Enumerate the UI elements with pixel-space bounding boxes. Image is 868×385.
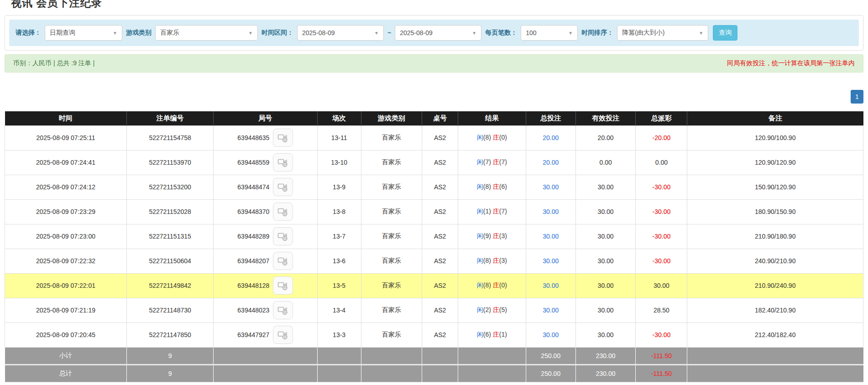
result-banker-count: (3) bbox=[499, 232, 507, 239]
result-player-label: 闲 bbox=[477, 306, 483, 313]
video-replay-button[interactable] bbox=[273, 301, 293, 319]
round-id-group: 639448474 bbox=[237, 178, 293, 196]
video-replay-button[interactable] bbox=[273, 326, 293, 344]
total-bet-link[interactable]: 30.00 bbox=[543, 257, 559, 265]
round-id-group: 639448370 bbox=[237, 203, 293, 221]
cell-table-no: AS2 bbox=[422, 125, 458, 150]
table-row: 2025-08-09 07:22:32522721150604639448207… bbox=[5, 249, 863, 273]
table-row: 2025-08-09 07:25:11522721154758639448635… bbox=[5, 125, 863, 150]
date-to-picker[interactable]: 2025-08-09 ▼ bbox=[395, 25, 481, 41]
video-replay-button[interactable] bbox=[273, 153, 293, 172]
search-button[interactable]: 查询 bbox=[713, 25, 737, 41]
total-bet-link[interactable]: 30.00 bbox=[543, 307, 559, 314]
header-session: 场次 bbox=[317, 111, 361, 125]
cell-total-bet: 30.00 bbox=[526, 199, 575, 224]
filter-panel: 请选择： 日期查询 ▼ 游戏类别 百家乐 ▼ 时间区间： 2025-08-09 … bbox=[5, 15, 863, 51]
page-title-clip: 视讯 会员下注纪录 bbox=[5, 0, 863, 9]
per-page-value: 100 bbox=[526, 29, 536, 36]
chevron-down-icon: ▼ bbox=[248, 31, 253, 36]
video-replay-button[interactable] bbox=[273, 252, 293, 270]
cell-total-bet: 20.00 bbox=[526, 150, 575, 175]
date-to-value: 2025-08-09 bbox=[400, 29, 433, 36]
query-type-select[interactable]: 日期查询 ▼ bbox=[45, 25, 122, 41]
cell-bet-id: 522721147850 bbox=[127, 323, 214, 347]
header-time: 时间 bbox=[5, 111, 127, 125]
cell-time: 2025-08-09 07:23:29 bbox=[5, 199, 127, 224]
footer-count: 9 bbox=[127, 364, 214, 382]
query-type-label: 请选择： bbox=[16, 29, 41, 37]
video-replay-button[interactable] bbox=[273, 276, 293, 295]
result-player-label: 闲 bbox=[477, 208, 483, 215]
cell-result: 闲(8) 庄(0) bbox=[458, 273, 526, 298]
chevron-down-icon: ▼ bbox=[113, 31, 117, 36]
total-bet-link[interactable]: 30.00 bbox=[543, 331, 559, 338]
cell-round-id: 639448207 bbox=[214, 249, 318, 273]
video-camera-icon bbox=[277, 207, 288, 217]
footer-total-bet: 250.00 bbox=[526, 347, 575, 364]
cell-payout: 0.00 bbox=[636, 150, 687, 175]
cell-total-bet: 20.00 bbox=[526, 125, 575, 150]
result-banker-label: 庄 bbox=[493, 331, 499, 338]
cell-result: 闲(8) 庄(3) bbox=[458, 249, 526, 273]
cell-time: 2025-08-09 07:22:01 bbox=[5, 273, 127, 298]
result-player-count: (1) bbox=[483, 208, 493, 215]
sort-order-select[interactable]: 降冪(由大到小) ▼ bbox=[617, 25, 708, 41]
footer-total-bet: 250.00 bbox=[526, 364, 575, 382]
result-banker-count: (6) bbox=[499, 183, 507, 190]
cell-time: 2025-08-09 07:20:45 bbox=[5, 323, 127, 347]
summary-currency-total: 币别：人民币 | 总共 :9 注单 | bbox=[13, 59, 94, 68]
cell-table-no: AS2 bbox=[422, 175, 458, 199]
total-bet-link[interactable]: 30.00 bbox=[543, 208, 559, 215]
total-bet-link[interactable]: 30.00 bbox=[543, 183, 559, 191]
footer-payout: -111.50 bbox=[636, 364, 687, 382]
game-type-select[interactable]: 百家乐 ▼ bbox=[155, 25, 258, 41]
cell-time: 2025-08-09 07:23:00 bbox=[5, 224, 127, 249]
cell-bet-id: 522721148730 bbox=[127, 298, 214, 323]
per-page-select[interactable]: 100 ▼ bbox=[521, 25, 578, 41]
video-replay-button[interactable] bbox=[273, 227, 293, 245]
video-replay-button[interactable] bbox=[273, 178, 293, 196]
footer-label: 小计 bbox=[5, 347, 127, 364]
header-valid-bet: 有效投注 bbox=[575, 111, 636, 125]
page-button-1[interactable]: 1 bbox=[851, 90, 863, 104]
cell-bet-id: 522721149842 bbox=[127, 273, 214, 298]
video-replay-button[interactable] bbox=[273, 203, 293, 221]
cell-total-bet: 30.00 bbox=[526, 298, 575, 323]
cell-payout: -30.00 bbox=[636, 199, 687, 224]
total-bet-link[interactable]: 20.00 bbox=[543, 134, 559, 141]
sort-order-label: 时间排序： bbox=[581, 29, 613, 37]
footer-empty-result bbox=[458, 347, 526, 364]
cell-total-bet: 30.00 bbox=[526, 224, 575, 249]
total-bet-link[interactable]: 30.00 bbox=[543, 282, 559, 289]
video-replay-button[interactable] bbox=[273, 129, 293, 147]
cell-valid-bet: 30.00 bbox=[575, 298, 636, 323]
cell-game-type: 百家乐 bbox=[361, 125, 422, 150]
cell-round-id: 639448023 bbox=[214, 298, 318, 323]
range-separator: ~ bbox=[387, 29, 391, 36]
page-title: 视讯 会员下注纪录 bbox=[11, 0, 863, 9]
total-bet-link[interactable]: 30.00 bbox=[543, 233, 559, 240]
sort-order-value: 降冪(由大到小) bbox=[622, 29, 664, 37]
cell-round-id: 639448289 bbox=[214, 224, 318, 249]
cell-remark: 210.90/240.90 bbox=[687, 273, 863, 298]
table-row: 2025-08-09 07:23:29522721152028639448370… bbox=[5, 199, 863, 224]
header-total-bet: 总投注 bbox=[526, 111, 575, 125]
cell-valid-bet: 30.00 bbox=[575, 323, 636, 347]
footer-empty-table bbox=[422, 364, 458, 382]
cell-game-type: 百家乐 bbox=[361, 273, 422, 298]
result-player-label: 闲 bbox=[477, 183, 483, 190]
result-player-count: (2) bbox=[483, 306, 493, 313]
video-camera-icon bbox=[277, 182, 288, 192]
round-id-value: 639448289 bbox=[237, 233, 269, 240]
total-bet-link[interactable]: 20.00 bbox=[543, 159, 559, 166]
cell-game-type: 百家乐 bbox=[361, 175, 422, 199]
footer-empty-round bbox=[214, 347, 318, 364]
result-banker-label: 庄 bbox=[493, 257, 499, 264]
cell-game-type: 百家乐 bbox=[361, 249, 422, 273]
header-table-no: 桌号 bbox=[422, 111, 458, 125]
cell-remark: 120.90/120.90 bbox=[687, 150, 863, 175]
date-from-picker[interactable]: 2025-08-09 ▼ bbox=[297, 25, 384, 41]
footer-empty-table bbox=[422, 347, 458, 364]
round-id-group: 639448635 bbox=[237, 129, 293, 147]
result-banker-count: (7) bbox=[499, 208, 507, 215]
